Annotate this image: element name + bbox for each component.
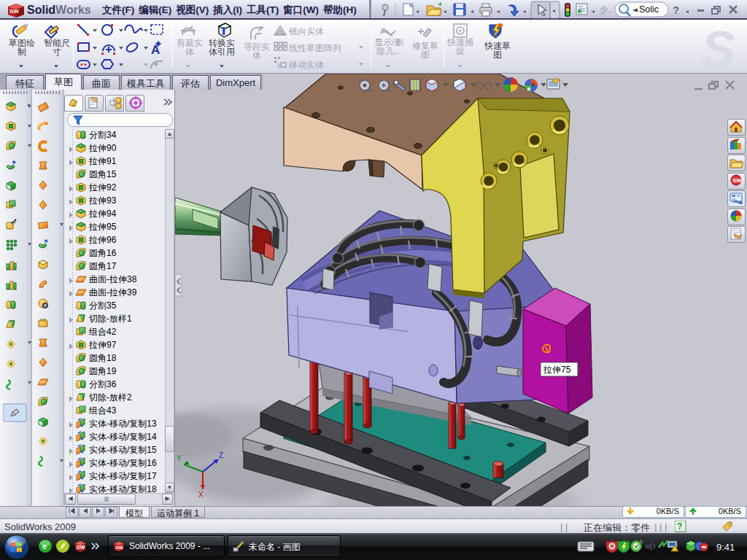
svg-text:SW: SW: [9, 8, 19, 15]
svg-text:SW: SW: [116, 545, 123, 550]
svg-text:少..: 少..: [600, 5, 612, 14]
svg-text:Y: Y: [177, 454, 182, 462]
svg-text:9:41: 9:41: [716, 542, 735, 553]
svg-text:Z: Z: [219, 451, 223, 459]
svg-text:拉伸75: 拉伸75: [543, 365, 571, 375]
svg-text:SW: SW: [732, 177, 742, 184]
svg-text:SW: SW: [77, 545, 85, 550]
svg-text:?: ?: [677, 521, 682, 532]
svg-text:X: X: [198, 491, 204, 499]
svg-text:?: ?: [673, 4, 679, 16]
svg-text:Solic: Solic: [639, 4, 659, 15]
svg-text:!: !: [677, 547, 678, 551]
svg-text:e: e: [42, 542, 47, 551]
svg-text:SolidWorks: SolidWorks: [27, 4, 91, 16]
